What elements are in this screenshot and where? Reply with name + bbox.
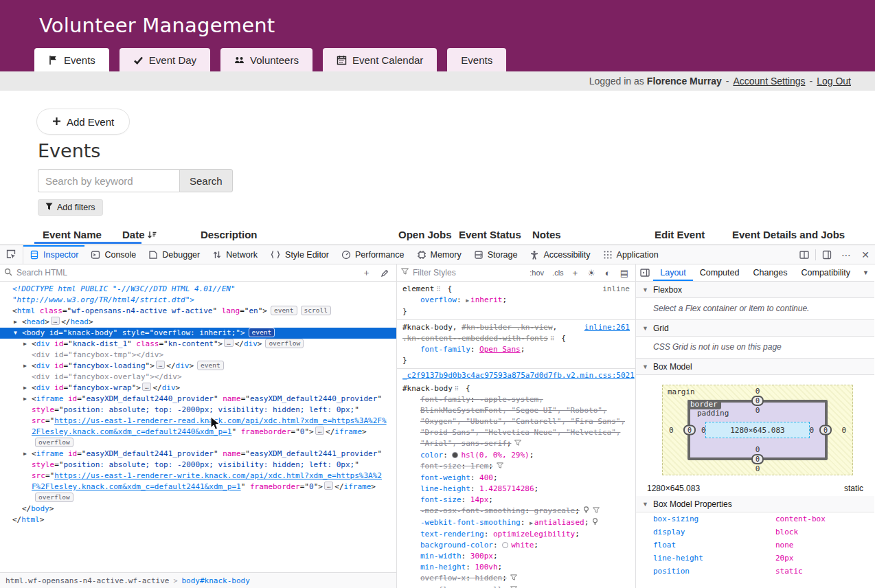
padding-bottom-value[interactable]: 0 (755, 445, 760, 454)
css-declaration-overflow[interactable]: overflow: ▶inherit; (402, 295, 630, 306)
expand-ellipsis-icon[interactable]: … (142, 383, 151, 391)
css-declaration--moz-osx-font-smoothing[interactable]: -moz-osx-font-smoothing: grayscale; (402, 506, 630, 517)
sidebar-toggle-icon[interactable] (636, 264, 653, 281)
badge-overflow[interactable]: overflow (35, 438, 73, 447)
property-row-box-sizing[interactable]: box-sizingcontent-box (636, 512, 874, 525)
css-declaration-min-width[interactable]: min-width: 300px; (402, 551, 630, 562)
twisty-open-icon[interactable]: ▼ (14, 328, 22, 339)
rule-source[interactable]: inline:261 (584, 322, 630, 333)
css-declaration-background-color[interactable]: background-color: white; (402, 540, 630, 551)
nav-tab-events-0[interactable]: Events (34, 48, 109, 71)
eyedropper-icon[interactable] (378, 269, 392, 278)
inactive-property-icon[interactable] (583, 506, 589, 517)
breadcrumb-item-1[interactable]: body#knack-body (181, 576, 249, 585)
rule-highlighter-icon[interactable]: ⠿ (436, 286, 441, 293)
dom-node-line-12[interactable]: </html> (0, 514, 396, 525)
property-row-display[interactable]: displayblock (636, 525, 874, 539)
content-box[interactable]: 1280×645.083 (705, 422, 810, 438)
rule-selector-line[interactable]: inline:261#knack-body, #kn-builder .kn-v… (402, 322, 630, 344)
overridden-filter-icon[interactable] (514, 439, 521, 450)
css-declaration-font-weight[interactable]: font-weight: 400; (402, 473, 630, 484)
property-row-position[interactable]: positionstatic (636, 565, 874, 578)
dom-node-line-6[interactable]: ▶<div id="fancybox-loading">…</div>event (0, 361, 396, 372)
boxmodel-properties-header[interactable]: ▼ Box Model Properties (636, 496, 874, 512)
html-tree[interactable]: <!DOCTYPE html PUBLIC "-//W3C//DTD HTML … (0, 282, 396, 572)
pick-element-icon[interactable] (0, 245, 23, 264)
nav-tab-events-4[interactable]: Events (447, 48, 506, 71)
css-declaration-min-height[interactable]: min-height: 100vh; (402, 562, 630, 573)
column-header-date[interactable]: Date (122, 229, 157, 241)
badge-overflow[interactable]: overflow (265, 339, 304, 348)
border-bottom-value[interactable]: 0 (751, 454, 764, 464)
devtools-tab-memory[interactable]: Memory (411, 245, 468, 264)
css-declaration-font-size[interactable]: font-size: 14px; (402, 495, 630, 506)
column-header-event-status[interactable]: Event Status (459, 229, 521, 240)
dom-node-line-2[interactable]: ▶<head>…</head> (0, 317, 396, 328)
expand-value-icon[interactable]: ▶ (466, 297, 469, 304)
search-html-input[interactable] (16, 268, 355, 278)
badge-event[interactable]: event (249, 328, 275, 337)
color-swatch[interactable] (452, 452, 458, 458)
search-input[interactable] (38, 169, 179, 192)
devtools-tab-console[interactable]: Console (84, 245, 142, 264)
print-simulation-icon[interactable]: ▤ (617, 268, 631, 278)
css-declaration--webkit-font-smoothing[interactable]: -webkit-font-smoothing: ▶antialiased; (402, 517, 630, 529)
rule-selector-line[interactable]: #knack-body⠿ { (402, 383, 630, 394)
badge-scroll[interactable]: scroll (301, 306, 331, 315)
search-button[interactable]: Search (179, 169, 233, 192)
border-left-value[interactable]: 0 (683, 425, 696, 436)
devtools-tab-storage[interactable]: Storage (468, 245, 524, 264)
twisty-closed-icon[interactable]: ▶ (23, 361, 32, 372)
expand-ellipsis-icon[interactable]: … (224, 339, 233, 347)
css-declaration-overflow-y[interactable]: overflow-y: scroll; (402, 585, 630, 588)
dom-node-line-0[interactable]: <!DOCTYPE html PUBLIC "-//W3C//DTD HTML … (0, 284, 396, 306)
boxmodel-section-header[interactable]: ▼ Box Model (636, 359, 874, 375)
css-declaration-line-height[interactable]: line-height: 1.4285714286; (402, 484, 630, 495)
css-declaration-font-family[interactable]: font-family: -apple-system, BlinkMacSyst… (402, 394, 630, 450)
devtools-tab-inspector[interactable]: Inspector (23, 245, 84, 264)
devtools-tab-accessibility[interactable]: Accessibility (523, 245, 596, 264)
css-rules-list[interactable]: inlineelement⠿ {overflow: ▶inherit;}inli… (397, 282, 635, 588)
add-event-button[interactable]: Add Event (36, 109, 130, 135)
dom-node-line-5[interactable]: <div id="fancybox-tmp"></div> (0, 350, 396, 361)
dom-node-line-1[interactable]: <html class="wf-opensans-n4-active wf-ac… (0, 306, 396, 317)
more-tabs-icon[interactable]: ▼ (857, 264, 874, 281)
inactive-property-icon[interactable] (592, 518, 598, 529)
stylesheet-link[interactable]: _c2f9137b9d0b3c4ac97593a875a7d0d7fb.v2.m… (402, 371, 635, 380)
nav-tab-event-day-1[interactable]: Event Day (120, 48, 210, 71)
new-rule-icon[interactable]: + (570, 268, 581, 278)
property-row-line-height[interactable]: line-height20px (636, 552, 874, 565)
rule-selector-line[interactable]: inlineelement⠿ { (402, 284, 630, 295)
devtools-tab-application[interactable]: Application (597, 245, 665, 264)
css-declaration-font-size[interactable]: font-size: 1rem; (402, 461, 630, 473)
border-right-value[interactable]: 0 (819, 425, 832, 436)
dom-node-line-9[interactable]: ▶<iframe id="easyXDM_default2440_provide… (0, 394, 396, 449)
rule-highlighter-icon[interactable]: ⠿ (550, 335, 555, 342)
expand-ellipsis-icon[interactable]: … (156, 361, 165, 369)
box-model-diagram[interactable]: margin 0 0 0 0 border padding 0 0 0 0 12… (636, 375, 874, 479)
css-declaration-overflow-x[interactable]: overflow-x: hidden; (402, 573, 630, 585)
twisty-closed-icon[interactable]: ▶ (23, 339, 32, 350)
dom-node-line-8[interactable]: ▶<div id="fancybox-wrap">…</div> (0, 383, 396, 394)
badge-overflow[interactable]: overflow (35, 493, 73, 502)
css-declaration-text-rendering[interactable]: text-rendering: optimizeLegibility; (402, 529, 630, 540)
color-swatch[interactable] (502, 542, 508, 548)
flexbox-section-header[interactable]: ▼ Flexbox (636, 282, 874, 298)
dark-theme-icon[interactable]: ◐ (602, 268, 613, 278)
class-toggle-button[interactable]: .cls (550, 269, 566, 277)
devtools-tab-network[interactable]: Network (206, 245, 264, 264)
column-header-event-name[interactable]: Event Name (43, 229, 102, 240)
expand-ellipsis-icon[interactable]: … (315, 427, 324, 435)
sidebar-tab-computed[interactable]: Computed (693, 264, 747, 281)
overridden-filter-icon[interactable] (497, 462, 503, 473)
dom-node-line-10[interactable]: ▶<iframe id="easyXDM_default2441_provide… (0, 449, 396, 504)
margin-bottom-value[interactable]: 0 (755, 464, 760, 473)
nav-tab-event-calendar-3[interactable]: Event Calendar (323, 48, 437, 71)
responsive-mode-icon[interactable] (795, 245, 814, 264)
column-header-open-jobs[interactable]: Open Jobs (398, 229, 452, 240)
twisty-closed-icon[interactable]: ▶ (14, 317, 22, 328)
account-settings-link[interactable]: Account Settings (733, 76, 805, 87)
badge-event[interactable]: event (197, 361, 224, 370)
column-header-description[interactable]: Description (201, 229, 258, 240)
add-node-icon[interactable]: ＋ (359, 267, 374, 279)
